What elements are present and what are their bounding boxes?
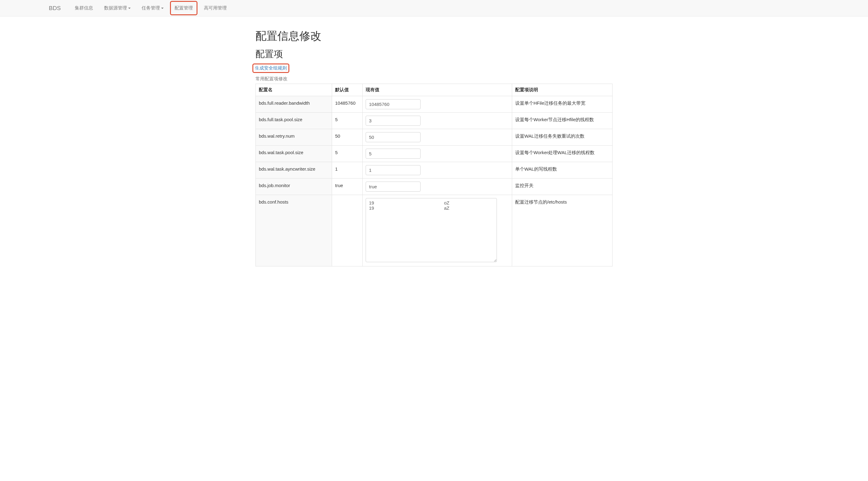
config-input[interactable] (366, 182, 421, 192)
config-name-cell: bds.wal.task.pool.size (256, 146, 332, 162)
table-row: bds.conf.hosts配置迁移节点的/etc/hosts (256, 195, 613, 266)
current-value-cell (363, 113, 512, 129)
config-name-cell: bds.wal.retry.num (256, 129, 332, 146)
table-header-row: 配置名 默认值 现有值 配置项说明 (256, 84, 613, 96)
description-cell: 配置迁移节点的/etc/hosts (512, 195, 613, 266)
description-cell: 监控开关 (512, 179, 613, 195)
table-row: bds.wal.task.ayncwriter.size1单个WAL的写线程数 (256, 162, 613, 179)
current-value-cell (363, 195, 512, 266)
description-cell: 设置每个Worker节点迁移Hfile的线程数 (512, 113, 613, 129)
config-input[interactable] (366, 132, 421, 142)
config-table: 配置名 默认值 现有值 配置项说明 bds.full.reader.bandwi… (255, 84, 613, 266)
description-cell: 设置每个Worker处理WAL迁移的线程数 (512, 146, 613, 162)
nav-item-4[interactable]: 高可用管理 (198, 0, 232, 16)
th-current: 现有值 (363, 84, 512, 96)
description-cell: 设置WAL迁移任务失败重试的次数 (512, 129, 613, 146)
top-navbar: BDS 集群信息数据源管理任务管理配置管理高可用管理 (0, 0, 868, 17)
nav-item-2[interactable]: 任务管理 (136, 0, 169, 16)
table-row: bds.wal.retry.num50设置WAL迁移任务失败重试的次数 (256, 129, 613, 146)
config-textarea[interactable] (366, 198, 497, 262)
common-config-subheading: 常用配置项修改 (255, 76, 613, 82)
navbar-brand: BDS (6, 5, 69, 11)
chevron-down-icon (161, 8, 163, 9)
config-input[interactable] (366, 99, 421, 109)
th-config-name: 配置名 (256, 84, 332, 96)
nav-item-label: 高可用管理 (204, 5, 227, 11)
page-title: 配置信息修改 (255, 29, 613, 43)
nav-item-label: 集群信息 (75, 5, 93, 11)
generate-security-group-link[interactable]: 生成安全组规则 (255, 65, 287, 70)
config-input[interactable] (366, 165, 421, 175)
table-row: bds.job.monitortrue监控开关 (256, 179, 613, 195)
default-value-cell: 5 (332, 113, 363, 129)
nav-item-0[interactable]: 集群信息 (69, 0, 99, 16)
description-cell: 设置单个HFile迁移任务的最大带宽 (512, 96, 613, 113)
current-value-cell (363, 129, 512, 146)
config-name-cell: bds.wal.task.ayncwriter.size (256, 162, 332, 179)
th-desc: 配置项说明 (512, 84, 613, 96)
default-value-cell: 1 (332, 162, 363, 179)
current-value-cell (363, 96, 512, 113)
generate-security-group-link-wrap: 生成安全组规则 (252, 64, 289, 72)
table-row: bds.wal.task.pool.size5设置每个Worker处理WAL迁移… (256, 146, 613, 162)
current-value-cell (363, 162, 512, 179)
config-name-cell: bds.conf.hosts (256, 195, 332, 266)
default-value-cell: 10485760 (332, 96, 363, 113)
nav-item-1[interactable]: 数据源管理 (99, 0, 136, 16)
nav-item-label: 配置管理 (175, 5, 193, 11)
default-value-cell: 5 (332, 146, 363, 162)
table-row: bds.full.task.pool.size5设置每个Worker节点迁移Hf… (256, 113, 613, 129)
th-default: 默认值 (332, 84, 363, 96)
page-subtitle: 配置项 (255, 48, 613, 60)
config-name-cell: bds.job.monitor (256, 179, 332, 195)
config-input[interactable] (366, 149, 421, 159)
config-name-cell: bds.full.task.pool.size (256, 113, 332, 129)
config-input[interactable] (366, 116, 421, 126)
description-cell: 单个WAL的写线程数 (512, 162, 613, 179)
main-container: 配置信息修改 配置项 生成安全组规则 常用配置项修改 配置名 默认值 现有值 配… (252, 17, 616, 273)
nav-item-3[interactable]: 配置管理 (169, 0, 198, 16)
default-value-cell (332, 195, 363, 266)
table-row: bds.full.reader.bandwidth10485760设置单个HFi… (256, 96, 613, 113)
current-value-cell (363, 179, 512, 195)
default-value-cell: true (332, 179, 363, 195)
nav-item-label: 数据源管理 (104, 5, 127, 11)
nav-item-label: 任务管理 (142, 5, 160, 11)
default-value-cell: 50 (332, 129, 363, 146)
current-value-cell (363, 146, 512, 162)
config-name-cell: bds.full.reader.bandwidth (256, 96, 332, 113)
navbar-nav: 集群信息数据源管理任务管理配置管理高可用管理 (69, 0, 232, 16)
chevron-down-icon (128, 8, 131, 9)
